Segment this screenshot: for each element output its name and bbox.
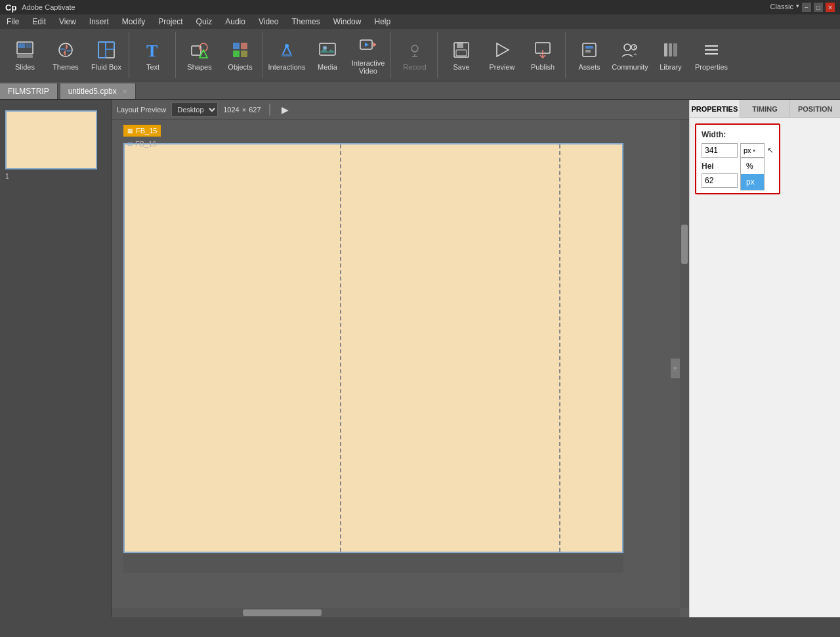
app-logo: Cp bbox=[5, 3, 16, 12]
toolbar-group-save: Save Preview Publish bbox=[439, 32, 566, 78]
svg-rect-17 bbox=[282, 54, 292, 56]
menu-file[interactable]: File bbox=[0, 14, 26, 29]
themes-icon bbox=[55, 39, 76, 60]
unit-dropdown-options: % px bbox=[740, 158, 765, 190]
svg-rect-3 bbox=[17, 55, 33, 58]
option-percent[interactable]: % bbox=[741, 158, 764, 174]
horizontal-scrollbar[interactable] bbox=[112, 608, 680, 617]
svg-rect-2 bbox=[26, 43, 32, 48]
objects-label: Objects bbox=[228, 63, 252, 71]
toolbar-group-assets: Assets Community Library Properties bbox=[567, 32, 734, 78]
slides-button[interactable]: Slides bbox=[5, 34, 45, 76]
play-button[interactable]: ▶ bbox=[278, 102, 293, 117]
toolbar: Slides Themes Fluid Box T Text bbox=[0, 29, 840, 81]
menu-audio[interactable]: Audio bbox=[219, 14, 252, 29]
menu-insert[interactable]: Insert bbox=[83, 14, 116, 29]
record-button[interactable]: Record bbox=[395, 34, 434, 76]
tab-bar: FILMSTRIP untitled5.cpbx ✕ bbox=[0, 81, 840, 100]
toolbar-group-record: Record bbox=[392, 32, 438, 78]
ivideo-button[interactable]: Interactive Video bbox=[348, 34, 388, 76]
toolbar-group-shapes: Shapes Objects bbox=[177, 32, 263, 78]
v-scrollbar-thumb[interactable] bbox=[681, 225, 688, 264]
interactions-icon bbox=[276, 39, 297, 60]
library-icon bbox=[660, 39, 681, 60]
svg-rect-13 bbox=[241, 43, 247, 49]
fb15-label[interactable]: ▦ FB_15 bbox=[123, 125, 161, 137]
slide-number-1: 1 bbox=[5, 173, 9, 180]
filmstrip-content: 1 bbox=[0, 100, 111, 617]
shapes-button[interactable]: Shapes bbox=[180, 34, 219, 76]
option-px[interactable]: px bbox=[741, 174, 764, 190]
minimize-button[interactable]: − bbox=[802, 3, 811, 12]
file-tab-label: untitled5.cpbx bbox=[68, 87, 117, 96]
filmstrip-panel: 1 bbox=[0, 100, 112, 617]
interactions-button[interactable]: Interactions bbox=[267, 34, 306, 76]
vertical-scrollbar[interactable] bbox=[680, 120, 689, 608]
layout-width: 1024 bbox=[223, 106, 239, 114]
properties-button[interactable]: Properties bbox=[692, 34, 731, 76]
tab-properties[interactable]: PROPERTIES bbox=[690, 100, 740, 118]
restore-button[interactable]: □ bbox=[814, 3, 823, 12]
main-area: 1 Layout Preview Desktop Tablet Mobile 1… bbox=[0, 100, 840, 617]
toolbar-group-interactions: Interactions Media Interactive Video bbox=[264, 32, 391, 78]
menu-edit[interactable]: Edit bbox=[26, 14, 52, 29]
unit-dropdown-trigger[interactable]: px ▾ bbox=[740, 143, 765, 158]
toolbar-group-slides: Slides Themes Fluid Box bbox=[3, 32, 129, 78]
menu-themes[interactable]: Themes bbox=[285, 14, 326, 29]
width-input[interactable] bbox=[702, 143, 738, 158]
library-button[interactable]: Library bbox=[651, 34, 690, 76]
fluidbox-button[interactable]: Fluid Box bbox=[87, 34, 126, 76]
panel-content: Width: px ▾ % px bbox=[690, 118, 840, 617]
themes-button[interactable]: Themes bbox=[46, 34, 85, 76]
text-label: Text bbox=[146, 63, 159, 71]
svg-text:T: T bbox=[146, 41, 158, 59]
svg-rect-40 bbox=[673, 43, 677, 56]
fb15-icon: ▦ bbox=[127, 127, 133, 134]
title-bar-left: Cp Adobe Captivate bbox=[5, 3, 75, 12]
svg-rect-27 bbox=[457, 43, 463, 48]
publish-button[interactable]: Publish bbox=[523, 34, 562, 76]
save-button[interactable]: Save bbox=[442, 34, 481, 76]
preview-icon bbox=[492, 39, 513, 60]
tab-timing[interactable]: TIMING bbox=[740, 100, 791, 118]
file-tab[interactable]: untitled5.cpbx ✕ bbox=[60, 83, 136, 99]
layout-sep: × bbox=[242, 106, 246, 114]
svg-rect-14 bbox=[233, 51, 240, 57]
menu-help[interactable]: Help bbox=[368, 14, 397, 29]
canvas-container: Layout Preview Desktop Tablet Mobile 102… bbox=[112, 100, 689, 617]
assets-button[interactable]: Assets bbox=[570, 34, 609, 76]
center-handle[interactable]: ≡ bbox=[671, 359, 680, 378]
media-button[interactable]: Media bbox=[308, 34, 347, 76]
text-button[interactable]: T Text bbox=[133, 34, 173, 76]
tab-timing-label: TIMING bbox=[752, 105, 778, 113]
menu-quiz[interactable]: Quiz bbox=[190, 14, 219, 29]
selected-unit: px bbox=[744, 146, 751, 154]
fb19-label[interactable]: ⊟ FB_19 bbox=[123, 138, 161, 150]
community-button[interactable]: Community bbox=[610, 34, 650, 76]
menu-window[interactable]: Window bbox=[327, 14, 368, 29]
unit-wrapper: px ▾ % px bbox=[740, 143, 765, 158]
objects-button[interactable]: Objects bbox=[220, 34, 260, 76]
filmstrip-tab[interactable]: FILMSTRIP bbox=[0, 83, 58, 99]
menu-view[interactable]: View bbox=[52, 14, 83, 29]
menu-video[interactable]: Video bbox=[252, 14, 285, 29]
community-label: Community bbox=[612, 63, 648, 71]
properties-icon bbox=[701, 39, 722, 60]
layout-select[interactable]: Desktop Tablet Mobile bbox=[171, 102, 218, 117]
close-button[interactable]: ✕ bbox=[826, 3, 835, 12]
tab-position[interactable]: POSITION bbox=[790, 100, 840, 118]
slide-canvas[interactable] bbox=[123, 143, 623, 553]
slide-thumbnail-1[interactable] bbox=[5, 110, 97, 169]
menu-modify[interactable]: Modify bbox=[116, 14, 152, 29]
layout-dims: 1024 × 627 bbox=[223, 106, 261, 114]
preview-button[interactable]: Preview bbox=[482, 34, 522, 76]
width-dropdown: Width: px ▾ % px bbox=[695, 123, 780, 194]
tab-properties-label: PROPERTIES bbox=[691, 105, 738, 113]
svg-marker-29 bbox=[497, 43, 509, 56]
tab-close-button[interactable]: ✕ bbox=[122, 88, 127, 95]
height-input[interactable] bbox=[702, 173, 738, 188]
h-scrollbar-thumb[interactable] bbox=[243, 609, 322, 616]
slides-label: Slides bbox=[15, 63, 35, 71]
svg-rect-12 bbox=[233, 43, 240, 49]
menu-project[interactable]: Project bbox=[152, 14, 189, 29]
